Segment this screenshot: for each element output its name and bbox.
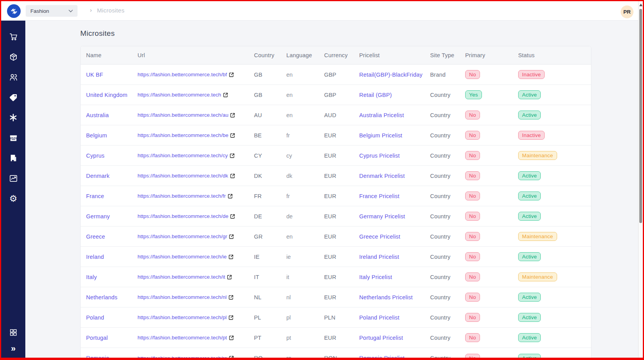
url-link[interactable]: https://fashion.bettercommerce.tech/bf: [138, 72, 227, 77]
cell-name-link[interactable]: Netherlands: [86, 294, 138, 300]
tag-icon: [9, 93, 18, 102]
cell-pricelist-link[interactable]: Greece Pricelist: [359, 234, 430, 240]
user-avatar[interactable]: PR: [621, 5, 633, 18]
url-link[interactable]: https://fashion.bettercommerce.tech/cy: [138, 153, 228, 158]
primary-badge: No: [465, 232, 480, 241]
cell-primary: No: [465, 151, 518, 160]
cell-country: GR: [254, 234, 286, 240]
cell-pricelist-link[interactable]: Retail(GBP)-BlackFriday: [359, 72, 430, 78]
gear-icon: ⚙: [9, 194, 18, 203]
table-row: Italyhttps://fashion.bettercommerce.tech…: [81, 267, 591, 287]
cell-name-link[interactable]: UK BF: [86, 72, 138, 78]
cell-url: https://fashion.bettercommerce.tech/de: [138, 213, 254, 219]
sidebar-item-cart[interactable]: [8, 32, 18, 42]
url-link[interactable]: https://fashion.bettercommerce.tech/au: [138, 112, 228, 118]
sidebar-item-engage[interactable]: [8, 112, 18, 123]
cell-pricelist-link[interactable]: Ireland Pricelist: [359, 254, 430, 260]
scroll-up-arrow-icon[interactable]: [639, 4, 642, 6]
vertical-scrollbar[interactable]: [638, 1, 643, 358]
cell-pricelist-link[interactable]: France Pricelist: [359, 193, 430, 199]
cell-site-type: Country: [430, 355, 465, 358]
sidebar-item-settings[interactable]: ⚙: [8, 193, 18, 204]
cell-status: Active: [518, 90, 586, 99]
cell-primary: No: [465, 171, 518, 180]
cell-primary: No: [465, 212, 518, 221]
cell-name-link[interactable]: Cyprus: [86, 153, 138, 159]
brand-logo[interactable]: [7, 4, 21, 18]
table-row: Francehttps://fashion.bettercommerce.tec…: [81, 186, 591, 206]
cell-name-link[interactable]: France: [86, 193, 138, 199]
cell-site-type: Country: [430, 254, 465, 260]
status-badge: Active: [518, 354, 541, 358]
asterisk-icon: [9, 113, 18, 122]
cell-name-link[interactable]: Romania: [86, 355, 138, 358]
cell-language: dk: [286, 173, 324, 179]
building-icon: [9, 154, 18, 162]
cell-pricelist-link[interactable]: Australia Pricelist: [359, 112, 430, 118]
sidebar-item-catalog[interactable]: [8, 52, 18, 62]
chevron-down-icon: [69, 10, 73, 12]
cell-name-link[interactable]: United Kingdom: [86, 92, 138, 98]
cell-primary: No: [465, 232, 518, 241]
cell-site-type: Country: [430, 92, 465, 98]
cell-status: Active: [518, 333, 586, 342]
sidebar-collapse-toggle[interactable]: »: [8, 344, 18, 354]
cell-pricelist-link[interactable]: Italy Pricelist: [359, 274, 430, 280]
cell-name-link[interactable]: Italy: [86, 274, 138, 280]
cell-pricelist-link[interactable]: Poland Pricelist: [359, 314, 430, 321]
cell-name-link[interactable]: Germany: [86, 213, 138, 220]
cell-primary: No: [465, 272, 518, 281]
cell-name-link[interactable]: Australia: [86, 112, 138, 118]
column-header-country: Country: [254, 52, 286, 58]
url-link[interactable]: https://fashion.bettercommerce.tech/ie: [138, 254, 227, 260]
cell-pricelist-link[interactable]: Romania Pricelist: [359, 355, 430, 358]
cell-country: CY: [254, 153, 286, 159]
url-link[interactable]: https://fashion.bettercommerce.tech/de: [138, 213, 228, 219]
cell-pricelist-link[interactable]: Netherlands Pricelist: [359, 294, 430, 300]
url-link[interactable]: https://fashion.bettercommerce.tech/dk: [138, 173, 228, 179]
cell-pricelist-link[interactable]: Portugal Pricelist: [359, 335, 430, 341]
breadcrumb-separator-icon: ›: [90, 7, 92, 13]
cell-name-link[interactable]: Greece: [86, 234, 138, 240]
double-chevron-right-icon: »: [11, 344, 16, 353]
cell-currency: AUD: [324, 112, 359, 118]
url-link[interactable]: https://fashion.bettercommerce.tech/pl: [138, 314, 227, 320]
cell-pricelist-link[interactable]: Germany Pricelist: [359, 213, 430, 220]
url-link[interactable]: https://fashion.bettercommerce.tech/gr: [138, 234, 227, 239]
cell-pricelist-link[interactable]: Belgium Pricelist: [359, 132, 430, 139]
cell-name-link[interactable]: Ireland: [86, 254, 138, 260]
url-link[interactable]: https://fashion.bettercommerce.tech/be: [138, 132, 228, 138]
table-header-row: NameUrlCountryLanguageCurrencyPricelistS…: [81, 46, 591, 65]
sidebar-item-store[interactable]: [8, 133, 18, 143]
cell-name-link[interactable]: Poland: [86, 314, 138, 321]
external-link-icon: [229, 234, 234, 239]
cell-pricelist-link[interactable]: Denmark Pricelist: [359, 173, 430, 179]
cell-pricelist-link[interactable]: Cyprus Pricelist: [359, 153, 430, 159]
sidebar-item-apps[interactable]: [8, 327, 18, 337]
cell-status: Active: [518, 212, 586, 221]
cell-name-link[interactable]: Belgium: [86, 132, 138, 139]
sidebar-item-customers[interactable]: [8, 72, 18, 82]
cell-currency: EUR: [324, 254, 359, 260]
scrollbar-thumb[interactable]: [639, 9, 642, 223]
sidebar-item-analytics[interactable]: [8, 173, 18, 183]
url-link[interactable]: https://fashion.bettercommerce.tech/pt: [138, 335, 227, 341]
status-badge: Active: [518, 333, 541, 342]
cell-name-link[interactable]: Portugal: [86, 335, 138, 341]
cell-name-link[interactable]: Denmark: [86, 173, 138, 179]
url-link[interactable]: https://fashion.bettercommerce.tech/fr: [138, 193, 226, 199]
url-link[interactable]: https://fashion.bettercommerce.tech/ro: [138, 355, 227, 358]
cell-country: GB: [254, 92, 286, 98]
sidebar-item-promotions[interactable]: [8, 92, 18, 102]
cell-country: IT: [254, 274, 286, 280]
sidebar-item-company[interactable]: [8, 153, 18, 163]
cell-country: GB: [254, 72, 286, 78]
url-link[interactable]: https://fashion.bettercommerce.tech/nl: [138, 294, 227, 300]
cell-pricelist-link[interactable]: Retail (GBP): [359, 92, 430, 98]
url-link[interactable]: https://fashion.bettercommerce.tech/it: [138, 274, 225, 280]
url-link[interactable]: https://fashion.bettercommerce.tech: [138, 92, 221, 98]
table-row: Irelandhttps://fashion.bettercommerce.te…: [81, 247, 591, 267]
store-selector-dropdown[interactable]: Fashion: [26, 5, 78, 17]
cell-status: Active: [518, 313, 586, 322]
cell-primary: No: [465, 252, 518, 261]
